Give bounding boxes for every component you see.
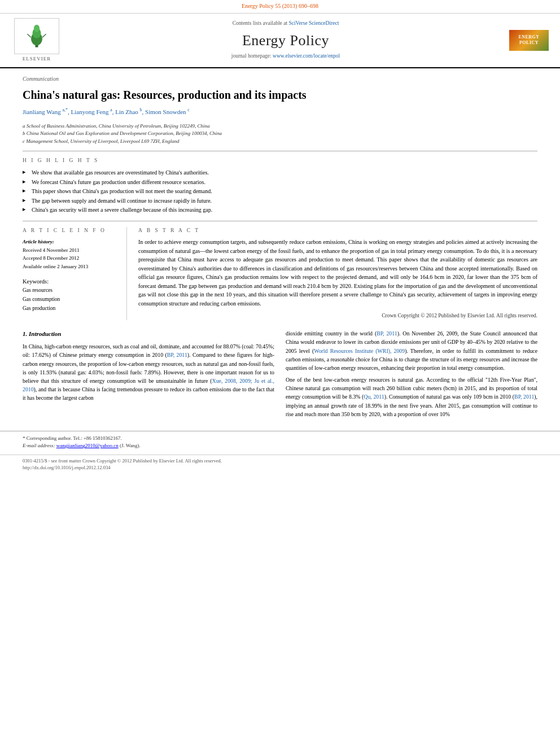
- highlights-title: H I G H L I G H T S: [23, 157, 537, 165]
- article-history: Article history: Received 4 November 201…: [23, 238, 119, 270]
- intro-heading: 1. Introduction: [23, 329, 274, 339]
- section-type-label: Communication: [0, 68, 560, 84]
- keyword-1: Gas resources: [23, 286, 119, 295]
- footnote-corresponding: * Corresponding author. Tel.: +86 158103…: [23, 435, 537, 443]
- energy-policy-badge: ENERGYPOLICY: [509, 30, 549, 51]
- footnote-email: E-mail address: wangjianliang2010@yahoo.…: [23, 442, 537, 450]
- doi-line: http://dx.doi.org/10.1016/j.enpol.2012.1…: [23, 464, 537, 471]
- affiliation-b: b China National Oil and Gas Exploration…: [23, 130, 537, 138]
- received-date: Received 4 November 2011: [23, 246, 119, 254]
- authors-line: Jianliang Wang a,*, Lianyong Feng a, Lin…: [0, 107, 560, 120]
- email-link[interactable]: wangjianliang2010@yahoo.cn: [56, 443, 119, 448]
- journal-header-center: Contents lists available at SciVerse Sci…: [62, 20, 509, 60]
- author-feng: Lianyong Feng a,: [71, 108, 115, 115]
- intro-left-text: In China, high-carbon energy resources, …: [23, 342, 274, 402]
- bottom-bar: 0301-4215/$ - see front matter Crown Cop…: [0, 455, 560, 474]
- homepage-line: journal homepage: www.elsevier.com/locat…: [62, 53, 509, 60]
- sciverse-link[interactable]: SciVerse ScienceDirect: [288, 20, 339, 26]
- highlight-item-5: China's gas security will meet a severe …: [23, 206, 537, 215]
- elsevier-text: ELSEVIER: [23, 55, 51, 63]
- body-right-col: dioxide emitting country in the world (B…: [286, 329, 537, 422]
- available-date: Available online 2 January 2013: [23, 263, 119, 270]
- author-wang: Jianliang Wang a,*,: [23, 108, 71, 115]
- accepted-date: Accepted 8 December 2012: [23, 254, 119, 262]
- affiliation-c: c Management School, University of Liver…: [23, 138, 537, 146]
- keyword-2: Gas consumption: [23, 295, 119, 304]
- svg-line-5: [42, 34, 46, 37]
- abstract-title: A B S T R A C T: [138, 227, 537, 235]
- affiliation-a: a School of Business Administration, Chi…: [23, 123, 537, 130]
- intro-right-text: dioxide emitting country in the world (B…: [286, 329, 537, 418]
- elsevier-tree-icon: [23, 21, 51, 49]
- contents-line: Contents lists available at SciVerse Sci…: [62, 20, 509, 28]
- body-left-col: 1. Introduction In China, high-carbon en…: [23, 329, 274, 422]
- journal-citation: Energy Policy 55 (2013) 690–698: [242, 3, 318, 9]
- highlight-item-2: We forecast China's future gas productio…: [23, 178, 537, 187]
- elsevier-logo: ELSEVIER: [11, 18, 62, 63]
- article-info-title: A R T I C L E I N F O: [23, 227, 119, 235]
- author-zhao: Lin Zhao b,: [115, 108, 145, 115]
- highlight-item-1: We show that available gas resources are…: [23, 168, 537, 178]
- email-label: E-mail address:: [23, 443, 56, 448]
- issn-line: 0301-4215/$ - see front matter Crown Cop…: [23, 457, 537, 464]
- author-snowden: Simon Snowden c: [145, 108, 190, 115]
- article-info-col: A R T I C L E I N F O Article history: R…: [23, 227, 127, 321]
- highlights-list: We show that available gas resources are…: [23, 168, 537, 215]
- homepage-link[interactable]: www.elsevier.com/locate/enpol: [273, 53, 340, 59]
- email-owner: (J. Wang).: [120, 443, 141, 448]
- keywords-section: Keywords: Gas resources Gas consumption …: [23, 277, 119, 313]
- divider-2: [23, 221, 537, 221]
- article-info-abstract: A R T I C L E I N F O Article history: R…: [0, 227, 560, 321]
- highlight-item-4: The gap between supply and demand will c…: [23, 196, 537, 206]
- body-section-intro: 1. Introduction In China, high-carbon en…: [0, 320, 560, 431]
- svg-point-3: [34, 24, 40, 32]
- journal-header: ELSEVIER Contents lists available at Sci…: [0, 14, 560, 68]
- history-label: Article history:: [23, 238, 119, 246]
- highlights-section: H I G H L I G H T S We show that availab…: [0, 157, 560, 215]
- abstract-col: A B S T R A C T In order to achieve ener…: [138, 227, 537, 321]
- journal-title: Energy Policy: [62, 30, 509, 51]
- keywords-label: Keywords:: [23, 277, 119, 286]
- highlight-item-3: This paper shows that China's gas produc…: [23, 187, 537, 196]
- keywords-list: Gas resources Gas consumption Gas produc…: [23, 286, 119, 313]
- article-title: China's natural gas: Resources, producti…: [0, 85, 560, 107]
- affiliations: a School of Business Administration, Chi…: [0, 120, 560, 151]
- footnote-area: * Corresponding author. Tel.: +86 158103…: [0, 431, 560, 450]
- abstract-text: In order to achieve energy consumption t…: [138, 238, 537, 308]
- journal-citation-bar: Energy Policy 55 (2013) 690–698: [0, 0, 560, 14]
- keyword-3: Gas production: [23, 304, 119, 313]
- svg-line-4: [27, 34, 31, 37]
- divider-1: [23, 151, 537, 151]
- copyright-line: Crown Copyright © 2012 Published by Else…: [138, 312, 537, 320]
